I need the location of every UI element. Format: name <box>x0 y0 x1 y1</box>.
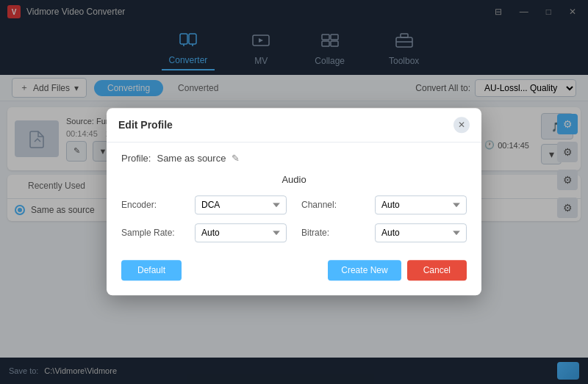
create-new-button[interactable]: Create New <box>328 260 401 280</box>
profile-row: Profile: Same as source ✎ <box>121 153 467 164</box>
encoder-row: Encoder: DCA <box>121 195 287 214</box>
channel-row: Channel: Auto <box>301 195 467 214</box>
profile-label: Profile: <box>121 153 151 164</box>
btn-group: Create New Cancel <box>328 260 467 280</box>
sample-rate-row: Sample Rate: Auto <box>121 223 287 242</box>
dialog-body: Profile: Same as source ✎ Audio Encoder:… <box>107 142 481 253</box>
audio-section-label: Audio <box>121 174 467 185</box>
profile-edit-icon[interactable]: ✎ <box>232 153 240 164</box>
encoder-select[interactable]: DCA <box>195 195 287 214</box>
dialog-title: Edit Profile <box>118 119 173 131</box>
default-button[interactable]: Default <box>121 260 182 280</box>
dialog-close-button[interactable]: ✕ <box>453 117 470 133</box>
sample-rate-select[interactable]: Auto <box>195 223 287 242</box>
form-grid: Encoder: DCA Channel: Auto Sample Rate: … <box>121 195 467 242</box>
profile-value: Same as source <box>157 153 226 164</box>
channel-select[interactable]: Auto <box>375 195 467 214</box>
dialog-footer: Default Create New Cancel <box>107 253 481 283</box>
channel-label: Channel: <box>301 200 368 210</box>
edit-profile-dialog: Edit Profile ✕ Profile: Same as source ✎… <box>107 108 481 295</box>
sample-rate-label: Sample Rate: <box>121 228 187 238</box>
bitrate-label: Bitrate: <box>301 228 368 238</box>
encoder-label: Encoder: <box>121 200 187 210</box>
cancel-button[interactable]: Cancel <box>407 260 467 280</box>
dialog-header: Edit Profile ✕ <box>107 108 481 142</box>
bitrate-row: Bitrate: Auto <box>301 223 467 242</box>
bitrate-select[interactable]: Auto <box>375 223 467 242</box>
